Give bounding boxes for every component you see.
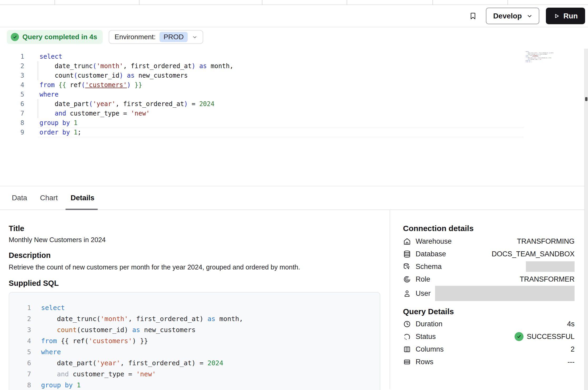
redacted-value	[526, 261, 575, 272]
line-number: 3	[0, 71, 24, 80]
toolbar: Develop Run	[0, 5, 588, 27]
query-status-text: Query completed in 4s	[22, 33, 97, 41]
code-line[interactable]: 1select	[0, 52, 556, 61]
warehouse-row: WarehouseTRANSFORMING	[403, 235, 575, 248]
line-number: 5	[0, 90, 24, 99]
status-row: StatusSUCCESSFUL	[403, 330, 575, 343]
row-label: Warehouse	[416, 237, 452, 246]
role-row: RoleTRANSFORMER	[403, 273, 575, 286]
line-number: 3	[19, 324, 31, 336]
sql-editor[interactable]: 1select2 date_trunc('month', first_order…	[0, 47, 588, 186]
tab-divider	[432, 0, 433, 5]
code-line: order by 1;	[526, 61, 555, 63]
row-value: DOCS_TEAM_SANDBOX	[492, 250, 575, 258]
tab-data[interactable]: Data	[12, 194, 27, 202]
line-number: 1	[0, 52, 24, 61]
run-button[interactable]: Run	[546, 8, 585, 24]
tab-divider	[139, 0, 139, 5]
rows-icon	[403, 358, 411, 366]
code-line[interactable]: 9order by 1;	[0, 128, 556, 137]
page-scrollbar[interactable]	[584, 49, 588, 390]
code-line[interactable]: 3 count(customer_id) as new_customers	[0, 71, 556, 80]
status-value: SUCCESSFUL	[515, 332, 575, 341]
details-content: Title Monthly New Customers in 2024 Desc…	[0, 210, 588, 389]
user-icon	[403, 289, 411, 298]
chevron-down-icon	[192, 34, 198, 40]
row-value: TRANSFORMER	[520, 275, 575, 283]
code-line[interactable]: 2 date_trunc('month', first_ordered_at) …	[0, 61, 556, 71]
environment-label: Environment:	[114, 33, 156, 41]
query-details-heading: Query Details	[403, 307, 575, 316]
line-number: 2	[19, 313, 31, 324]
row-label: Schema	[416, 263, 442, 271]
query-status-row: Query completed in 4s Environment: PROD	[0, 27, 588, 47]
supplied-sql-code: 1select2 date_trunc('month', first_order…	[19, 302, 380, 390]
line-number: 8	[19, 380, 31, 390]
code-line: 2 date_trunc('month', first_ordered_at) …	[19, 313, 380, 324]
tab-details[interactable]: Details	[71, 194, 94, 202]
query-description: Retrieve the count of new customers per …	[9, 263, 380, 271]
supplied-sql-heading: Supplied SQL	[9, 279, 380, 288]
line-number: 4	[0, 80, 24, 90]
schema-row: Schema	[403, 260, 575, 273]
code-line: 5where	[19, 347, 380, 358]
warehouse-icon	[403, 237, 411, 246]
user-row: User	[403, 286, 575, 301]
row-label: Columns	[416, 345, 444, 353]
scrollbar-thumb[interactable]	[585, 97, 587, 101]
code-line[interactable]: 6 date_part('year', first_ordered_at) = …	[0, 99, 556, 109]
tab-divider	[347, 0, 347, 5]
row-label: Rows	[416, 358, 433, 366]
line-number: 2	[0, 61, 24, 71]
query-detail-rows: Duration4sStatusSUCCESSFULColumns2Rows--…	[403, 318, 575, 368]
role-icon	[403, 275, 411, 283]
editor-code[interactable]: 1select2 date_trunc('month', first_order…	[0, 52, 556, 137]
editor-minimap[interactable]: select date_trunc('month', first_ordered…	[526, 51, 555, 63]
schema-icon	[403, 263, 411, 271]
environment-selector[interactable]: Environment: PROD	[109, 30, 203, 44]
connection-rows: WarehouseTRANSFORMINGDatabaseDOCS_TEAM_S…	[403, 235, 575, 301]
line-number: 8	[0, 118, 24, 128]
duration-icon	[403, 320, 411, 328]
code-line[interactable]: 4from {{ ref('customers') }}	[0, 80, 556, 90]
code-line[interactable]: 7 and customer_type = 'new'	[0, 109, 556, 118]
code-line[interactable]: 5where	[0, 90, 556, 99]
redacted-value	[435, 286, 575, 301]
line-number: 4	[19, 336, 31, 347]
bookmark-button[interactable]	[467, 10, 479, 22]
status-icon	[403, 333, 411, 341]
bookmark-icon	[469, 11, 477, 21]
database-icon	[403, 250, 411, 258]
row-label: Database	[416, 250, 446, 258]
line-number: 6	[19, 358, 31, 369]
check-circle-icon	[11, 33, 19, 41]
run-label: Run	[564, 12, 578, 20]
tab-chart[interactable]: Chart	[40, 194, 58, 202]
columns-row: Columns2	[403, 343, 575, 356]
code-line[interactable]: 8group by 1	[0, 118, 556, 128]
tab-divider	[507, 0, 508, 5]
line-number: 7	[0, 109, 24, 118]
line-number: 5	[19, 347, 31, 358]
check-circle-icon	[515, 332, 524, 341]
line-number: 6	[0, 99, 24, 109]
database-row: DatabaseDOCS_TEAM_SANDBOX	[403, 248, 575, 260]
develop-dropdown-button[interactable]: Develop	[486, 8, 539, 24]
code-line: 6 date_part('year', first_ordered_at) = …	[19, 358, 380, 369]
chevron-down-icon	[526, 13, 533, 19]
title-heading: Title	[9, 224, 380, 233]
line-number: 1	[19, 302, 31, 313]
row-label: User	[416, 289, 431, 298]
line-number: 7	[19, 369, 31, 380]
row-value: SUCCESSFUL	[527, 333, 575, 341]
details-panel: Title Monthly New Customers in 2024 Desc…	[0, 210, 390, 389]
row-value: TRANSFORMING	[517, 237, 575, 246]
query-title: Monthly New Customers in 2024	[9, 236, 380, 244]
row-value: 2	[571, 345, 575, 353]
row-value: ---	[567, 358, 575, 366]
row-value: 4s	[567, 320, 575, 328]
active-tab-underline	[66, 209, 98, 210]
line-number: 9	[0, 128, 24, 137]
code-line: 8group by 1	[19, 380, 380, 390]
app-window: Develop Run Query completed in 4s Enviro…	[0, 0, 588, 390]
